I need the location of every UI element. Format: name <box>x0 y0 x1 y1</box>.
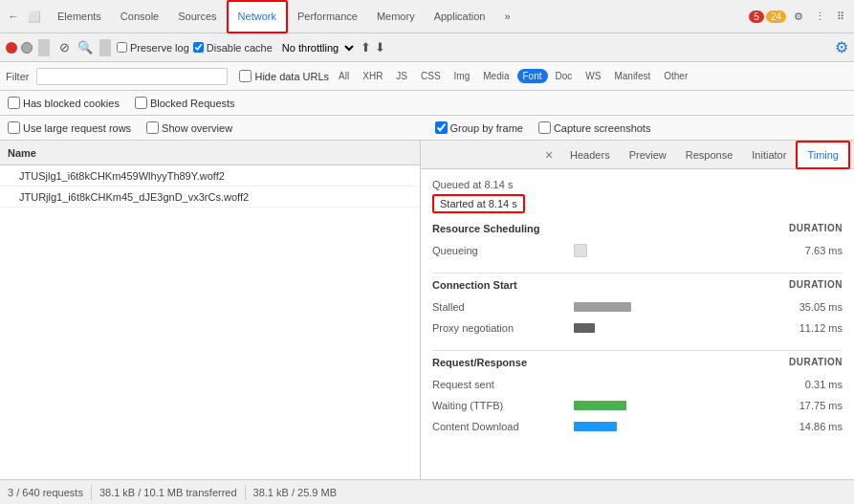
filter-font[interactable]: Font <box>517 69 548 83</box>
filter-other[interactable]: Other <box>658 69 693 83</box>
filter-media[interactable]: Media <box>477 69 515 83</box>
connection-start-dur-label: DURATION <box>789 279 843 291</box>
filter-xhr[interactable]: XHR <box>357 69 388 83</box>
connection-start-title: Connection Start <box>432 279 517 291</box>
hide-data-urls-checkbox[interactable] <box>239 70 252 82</box>
filter-css[interactable]: CSS <box>415 69 447 83</box>
group-by-frame-checkbox[interactable] <box>435 121 448 134</box>
throttle-select[interactable]: No throttling <box>276 40 357 55</box>
request-sent-label: Request sent <box>432 379 566 390</box>
timing-row-ttfb: Waiting (TTFB) 17.75 ms <box>432 395 843 416</box>
resource-size: 38.1 kB / 25.9 MB <box>253 487 337 498</box>
resource-scheduling-dur-label: DURATION <box>789 223 843 234</box>
requests-count: 3 / 640 requests <box>8 487 83 498</box>
tab-console[interactable]: Console <box>111 0 168 33</box>
disable-cache-checkbox[interactable] <box>193 42 204 53</box>
started-at-info: Started at 8.14 s <box>432 194 525 213</box>
tab-headers[interactable]: Headers <box>560 141 620 169</box>
proxy-label: Proxy negotiation <box>432 322 566 334</box>
tab-initiator[interactable]: Initiator <box>742 141 796 169</box>
timing-row-stalled: Stalled 35.05 ms <box>432 296 843 318</box>
hide-data-urls-label[interactable]: Hide data URLs <box>239 70 329 82</box>
queued-at-info: Queued at 8.14 s <box>432 179 843 190</box>
filter-img[interactable]: Img <box>449 69 476 83</box>
error-badge: 5 <box>749 11 764 23</box>
preserve-log-label[interactable]: Preserve log <box>117 42 189 54</box>
tab-network[interactable]: Network <box>227 0 288 33</box>
ttfb-bar-container <box>574 401 768 410</box>
more-options-icon[interactable]: ⋮ <box>809 7 831 27</box>
request-item-0[interactable]: JTUSjlg1_i6t8kCHKm459WlhyyTh89Y.woff2 <box>0 165 420 186</box>
tab-memory[interactable]: Memory <box>367 0 425 33</box>
large-rows-label[interactable]: Use large request rows <box>8 121 131 134</box>
queueing-value: 7.63 ms <box>776 245 843 256</box>
tab-application[interactable]: Application <box>425 0 495 33</box>
tab-preview[interactable]: Preview <box>620 141 676 169</box>
filter-tags: All XHR JS CSS Img Media Font Doc WS Man… <box>333 69 693 83</box>
proxy-value: 11.12 ms <box>776 322 843 334</box>
settings-network-icon[interactable]: ⚙ <box>835 38 848 56</box>
blocked-cookies-label[interactable]: Has blocked cookies <box>8 97 120 109</box>
transferred-size: 38.1 kB / 10.1 MB transferred <box>99 487 237 498</box>
resource-scheduling-section: Resource Scheduling DURATION Queueing 7.… <box>432 223 843 261</box>
status-divider-1 <box>91 485 92 500</box>
request-item-1[interactable]: JTURjlg1_i6t8kCHKm45_dJE3gnD_vx3rCs.woff… <box>0 186 420 208</box>
filter-row: Filter Hide data URLs All XHR JS CSS Img… <box>0 62 854 91</box>
capture-screenshots-checkbox[interactable] <box>538 121 551 134</box>
filter-doc[interactable]: Doc <box>550 69 579 83</box>
tab-sources[interactable]: Sources <box>168 0 226 33</box>
large-rows-checkbox[interactable] <box>8 121 20 134</box>
back-icon[interactable]: ← <box>4 7 23 26</box>
record-button[interactable] <box>6 42 17 54</box>
resource-scheduling-title: Resource Scheduling <box>432 223 539 234</box>
timing-row-proxy: Proxy negotiation 11.12 ms <box>432 318 843 339</box>
request-response-section: Request/Response DURATION Request sent 0… <box>432 357 843 437</box>
tab-elements[interactable]: Elements <box>48 0 111 33</box>
blocked-cookies-checkbox[interactable] <box>8 97 20 109</box>
download-icon[interactable]: ⬇ <box>375 40 385 55</box>
tab-response[interactable]: Response <box>676 141 743 169</box>
filter-manifest[interactable]: Manifest <box>608 69 656 83</box>
timing-row-queueing: Queueing 7.63 ms <box>432 240 843 261</box>
content-download-value: 14.86 ms <box>776 421 843 432</box>
stop-button[interactable] <box>21 42 33 54</box>
search-icon[interactable]: 🔍 <box>77 39 94 56</box>
request-response-dur-label: DURATION <box>789 357 843 368</box>
right-tabs: × Headers Preview Response Initiator Tim… <box>421 141 854 169</box>
filter-icon[interactable]: ⊘ <box>55 39 73 56</box>
group-by-frame-label[interactable]: Group by frame <box>435 121 523 134</box>
forward-icon[interactable]: ⬜ <box>25 7 44 26</box>
blocked-requests-label[interactable]: Blocked Requests <box>135 97 235 109</box>
status-bar: 3 / 640 requests 38.1 kB / 10.1 MB trans… <box>0 479 854 504</box>
queueing-bar <box>574 244 587 257</box>
divider1 <box>38 39 50 56</box>
filter-ws[interactable]: WS <box>580 69 606 83</box>
ttfb-label: Waiting (TTFB) <box>432 400 566 411</box>
stalled-bar <box>574 302 631 312</box>
disable-cache-label[interactable]: Disable cache <box>193 42 273 54</box>
settings-icon[interactable]: ⚙ <box>788 7 809 27</box>
upload-icon[interactable]: ⬆ <box>361 40 371 55</box>
tab-more[interactable]: » <box>494 0 519 33</box>
blocked-requests-checkbox[interactable] <box>135 97 147 109</box>
preserve-log-checkbox[interactable] <box>117 42 127 53</box>
tab-performance[interactable]: Performance <box>288 0 367 33</box>
close-panel-button[interactable]: × <box>537 143 560 166</box>
request-list: JTUSjlg1_i6t8kCHKm459WlhyyTh89Y.woff2 JT… <box>0 165 420 479</box>
show-overview-label[interactable]: Show overview <box>146 121 232 134</box>
divider-2 <box>432 350 843 351</box>
stalled-value: 35.05 ms <box>776 301 843 313</box>
left-panel: Name JTUSjlg1_i6t8kCHKm459WlhyyTh89Y.wof… <box>0 141 421 479</box>
right-panel: × Headers Preview Response Initiator Tim… <box>421 141 854 479</box>
filter-all[interactable]: All <box>333 69 355 83</box>
filter-js[interactable]: JS <box>390 69 413 83</box>
capture-screenshots-label[interactable]: Capture screenshots <box>538 121 651 134</box>
show-overview-checkbox[interactable] <box>146 121 159 134</box>
content-download-bar <box>574 422 617 431</box>
dock-icon[interactable]: ⠿ <box>831 7 850 27</box>
warning-badge: 24 <box>766 11 786 23</box>
filter-input[interactable] <box>36 68 228 85</box>
devtools-tab-bar: ← ⬜ Elements Console Sources Network Per… <box>0 0 854 33</box>
checkboxes-row: Has blocked cookies Blocked Requests <box>0 91 854 116</box>
tab-timing[interactable]: Timing <box>796 141 850 169</box>
